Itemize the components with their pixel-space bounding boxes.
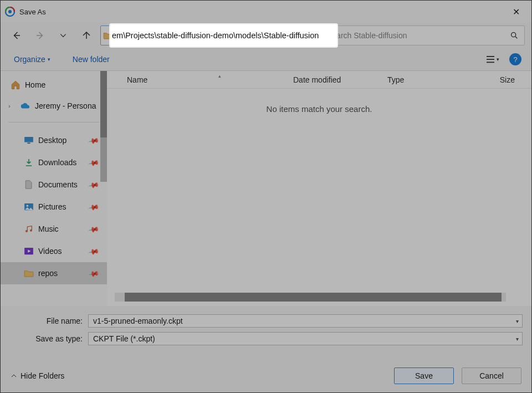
save-as-type-label: Save as type: [9, 334, 88, 343]
body: Home › Jeremy - Persona Desktop 📌 Downlo… [1, 70, 531, 306]
pin-icon: 📌 [88, 156, 100, 168]
svg-point-6 [27, 205, 29, 207]
navigation-pane: Home › Jeremy - Persona Desktop 📌 Downlo… [1, 71, 107, 306]
music-icon [24, 224, 34, 234]
cloud-icon [21, 101, 30, 111]
arrow-up-icon [81, 30, 91, 40]
arrow-left-icon [12, 30, 22, 40]
sidebar-item-repos[interactable]: repos 📌 [1, 262, 107, 284]
pictures-icon [24, 202, 34, 212]
svg-point-8 [30, 229, 32, 232]
column-type[interactable]: Type [387, 75, 465, 84]
pin-icon: 📌 [88, 267, 100, 279]
caret-down-icon: ▾ [48, 57, 50, 62]
view-options-button[interactable]: ▾ [483, 51, 502, 68]
pin-icon: 📌 [88, 245, 100, 257]
sidebar-item-home[interactable]: Home [1, 74, 107, 95]
back-button[interactable] [7, 26, 26, 45]
search-icon [510, 31, 519, 40]
pin-icon: 📌 [88, 178, 100, 190]
recent-locations-button[interactable] [54, 26, 73, 45]
sort-asc-icon: ▴ [218, 73, 221, 79]
horizontal-scrollbar-track[interactable] [115, 293, 506, 302]
help-button[interactable]: ? [509, 53, 521, 65]
close-icon: ✕ [513, 7, 520, 17]
window-title: Save As [19, 8, 46, 16]
empty-message: No items match your search. [107, 89, 531, 114]
app-icon [5, 7, 15, 17]
column-date-modified[interactable]: Date modified [293, 75, 387, 84]
home-icon [11, 80, 21, 90]
organize-menu[interactable]: Organize ▾ [11, 53, 54, 66]
svg-point-7 [25, 230, 28, 232]
sidebar-separator [8, 122, 99, 123]
column-size[interactable]: Size [465, 75, 531, 84]
sidebar-item-pictures[interactable]: Pictures 📌 [1, 196, 107, 218]
sidebar-item-documents[interactable]: Documents 📌 [1, 173, 107, 196]
footer: Hide Folders Save Cancel [1, 359, 531, 392]
chevron-right-icon[interactable]: › [8, 103, 11, 109]
documents-icon [24, 180, 34, 190]
sidebar-item-onedrive[interactable]: › Jeremy - Persona [1, 95, 107, 116]
organize-label: Organize [14, 55, 45, 64]
downloads-icon [24, 157, 34, 167]
chevron-down-icon [59, 32, 67, 39]
desktop-icon [24, 135, 34, 145]
file-list: Name ▴ Date modified Type Size No items … [107, 71, 531, 306]
chevron-down-icon[interactable]: ▾ [516, 336, 519, 342]
videos-icon [24, 246, 34, 256]
close-button[interactable]: ✕ [505, 1, 527, 23]
column-headers: Name ▴ Date modified Type Size [107, 71, 531, 89]
file-name-field[interactable]: v1-5-pruned-emaonly.ckpt ▾ [88, 314, 523, 328]
sidebar-scrollbar-thumb[interactable] [100, 71, 107, 137]
caret-down-icon: ▾ [497, 57, 499, 62]
save-as-type-value: CKPT File (*.ckpt) [93, 334, 155, 343]
cancel-button[interactable]: Cancel [462, 368, 521, 384]
file-name-value: v1-5-pruned-emaonly.ckpt [93, 317, 183, 325]
titlebar: Save As ✕ [1, 1, 531, 23]
svg-rect-4 [27, 142, 30, 144]
svg-point-1 [8, 10, 12, 13]
svg-rect-3 [24, 137, 33, 142]
hide-folders-button[interactable]: Hide Folders [11, 371, 64, 380]
sidebar-item-music[interactable]: Music 📌 [1, 218, 107, 240]
forward-button[interactable] [30, 26, 49, 45]
save-as-type-field[interactable]: CKPT File (*.ckpt) ▾ [88, 332, 523, 345]
pin-icon: 📌 [88, 201, 100, 212]
new-folder-button[interactable]: New folder [69, 53, 113, 66]
arrow-right-icon [35, 30, 45, 40]
folder-icon [24, 268, 34, 278]
save-as-dialog: Save As ✕ em\Projects\stable-diffusion-d… [0, 0, 532, 393]
sidebar-item-desktop[interactable]: Desktop 📌 [1, 129, 107, 151]
search-field[interactable] [321, 25, 525, 45]
toolbar: Organize ▾ New folder ▾ ? [1, 48, 531, 70]
search-input[interactable] [327, 31, 510, 40]
pin-icon: 📌 [88, 223, 100, 234]
address-path-highlight: em\Projects\stable-diffusion-demo\models… [110, 31, 319, 40]
file-name-label: File name: [9, 317, 88, 325]
chevron-up-icon [11, 372, 17, 379]
pin-icon: 📌 [88, 134, 100, 146]
form-area: File name: v1-5-pruned-emaonly.ckpt ▾ Sa… [1, 306, 531, 348]
list-icon [485, 55, 495, 63]
up-button[interactable] [77, 26, 96, 45]
address-highlight: em\Projects\stable-diffusion-demo\models… [110, 24, 337, 47]
column-name[interactable]: Name ▴ [127, 75, 293, 84]
svg-point-2 [511, 33, 516, 37]
chevron-down-icon[interactable]: ▾ [516, 318, 519, 324]
sidebar-item-downloads[interactable]: Downloads 📌 [1, 151, 107, 173]
horizontal-scrollbar-thumb[interactable] [125, 293, 502, 302]
save-button[interactable]: Save [394, 368, 454, 384]
sidebar-item-videos[interactable]: Videos 📌 [1, 240, 107, 262]
